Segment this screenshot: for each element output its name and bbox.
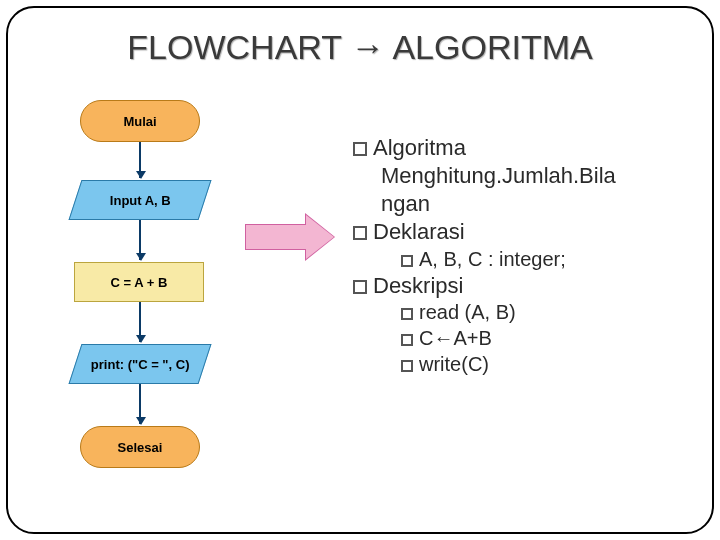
algo-step-3-label: write(C) xyxy=(419,353,489,375)
connector-1 xyxy=(139,142,141,178)
square-bullet-icon xyxy=(401,360,413,372)
algo-header-3-label: Deskripsi xyxy=(373,273,463,298)
flow-end: Selesai xyxy=(80,426,200,468)
algo-step-2-label: C←A+B xyxy=(419,327,492,349)
algo-header-1-label: Algoritma xyxy=(373,135,466,160)
algorithm-text: Algoritma Menghitung.Jumlah.Bila ngan De… xyxy=(353,134,683,377)
algo-step-1-label: read (A, B) xyxy=(419,301,516,323)
algo-decl-1-label: A, B, C : integer; xyxy=(419,248,566,270)
algo-name-2: ngan xyxy=(381,191,430,216)
flow-process-label: C = A + B xyxy=(111,275,168,290)
flow-start-label: Mulai xyxy=(123,114,156,129)
square-bullet-icon xyxy=(353,280,367,294)
square-bullet-icon xyxy=(401,255,413,267)
algo-name-line-2: ngan xyxy=(353,190,683,218)
flow-start: Mulai xyxy=(80,100,200,142)
algo-header-2-label: Deklarasi xyxy=(373,219,465,244)
connector-2 xyxy=(139,220,141,260)
algo-header-3: Deskripsi xyxy=(353,272,683,300)
flow-output: print: ("C = ", C) xyxy=(69,344,212,384)
algo-step-3: write(C) xyxy=(353,352,683,378)
slide-title: FLOWCHART → ALGORITMA xyxy=(0,28,720,67)
algo-header-1: Algoritma xyxy=(353,134,683,162)
algo-decl-1: A, B, C : integer; xyxy=(353,247,683,273)
square-bullet-icon xyxy=(353,226,367,240)
connector-3 xyxy=(139,302,141,342)
algo-name-line: Menghitung.Jumlah.Bila xyxy=(353,162,683,190)
conversion-arrow-icon xyxy=(245,215,334,259)
connector-4 xyxy=(139,384,141,424)
square-bullet-icon xyxy=(401,334,413,346)
algo-step-2: C←A+B xyxy=(353,326,683,352)
algo-name-1: Menghitung.Jumlah.Bila xyxy=(381,163,616,188)
flow-end-label: Selesai xyxy=(118,440,163,455)
square-bullet-icon xyxy=(353,142,367,156)
flow-input: Input A, B xyxy=(69,180,212,220)
algo-step-1: read (A, B) xyxy=(353,300,683,326)
flow-input-label: Input A, B xyxy=(110,193,171,208)
flow-process: C = A + B xyxy=(74,262,204,302)
flow-output-label: print: ("C = ", C) xyxy=(91,357,190,372)
algo-header-2: Deklarasi xyxy=(353,218,683,246)
square-bullet-icon xyxy=(401,308,413,320)
